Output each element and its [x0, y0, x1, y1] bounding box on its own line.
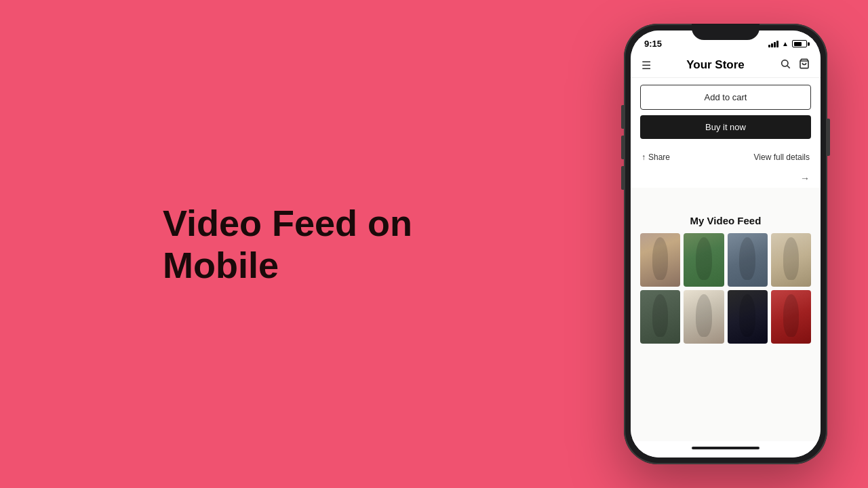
right-section: 9:15 ▲ ☰ Your Store [624, 10, 868, 478]
signal-icon [768, 41, 778, 47]
right-arrow-icon: → [800, 173, 810, 184]
home-indicator [631, 441, 821, 458]
share-link[interactable]: ↑ Share [642, 152, 670, 162]
action-row: ↑ Share View full details [631, 146, 821, 169]
scroll-content: Add to cart Buy it now ↑ Share View full… [631, 78, 821, 441]
phone-frame: 9:15 ▲ ☰ Your Store [624, 24, 827, 464]
add-to-cart-button[interactable]: Add to cart [640, 85, 811, 110]
video-feed-title: My Video Feed [640, 215, 811, 226]
video-thumb-1[interactable] [640, 233, 680, 287]
phone-screen: 9:15 ▲ ☰ Your Store [631, 30, 821, 458]
video-feed-section: My Video Feed [631, 208, 821, 353]
spacer [631, 188, 821, 208]
arrow-row: → [631, 169, 821, 188]
headline: Video Feed on Mobile [163, 202, 502, 286]
status-icons: ▲ [768, 40, 807, 47]
left-section: Video Feed on Mobile [0, 202, 624, 286]
store-name: Your Store [686, 58, 745, 72]
hamburger-icon[interactable]: ☰ [642, 59, 651, 72]
video-thumb-4[interactable] [771, 233, 811, 287]
video-thumb-8[interactable] [771, 290, 811, 344]
volume-down-button [621, 166, 624, 190]
volume-up-button [621, 136, 624, 159]
battery-icon [792, 40, 807, 47]
video-grid [640, 233, 811, 344]
share-icon: ↑ [642, 152, 646, 162]
share-label: Share [648, 152, 670, 162]
video-thumb-2[interactable] [684, 233, 724, 287]
buttons-area: Add to cart Buy it now [631, 78, 821, 146]
header-icons [780, 58, 810, 72]
svg-point-0 [782, 60, 788, 66]
svg-line-1 [787, 66, 790, 68]
search-icon[interactable] [780, 58, 791, 72]
cart-icon[interactable] [799, 58, 810, 72]
video-thumb-3[interactable] [728, 233, 768, 287]
view-full-details-link[interactable]: View full details [754, 152, 810, 162]
app-header: ☰ Your Store [631, 53, 821, 78]
video-thumb-7[interactable] [728, 290, 768, 344]
buy-now-button[interactable]: Buy it now [640, 115, 811, 139]
home-bar [692, 447, 760, 449]
wifi-icon: ▲ [782, 40, 789, 47]
video-thumb-5[interactable] [640, 290, 680, 344]
status-time: 9:15 [644, 39, 662, 49]
phone-notch [692, 30, 760, 40]
video-thumb-6[interactable] [684, 290, 724, 344]
